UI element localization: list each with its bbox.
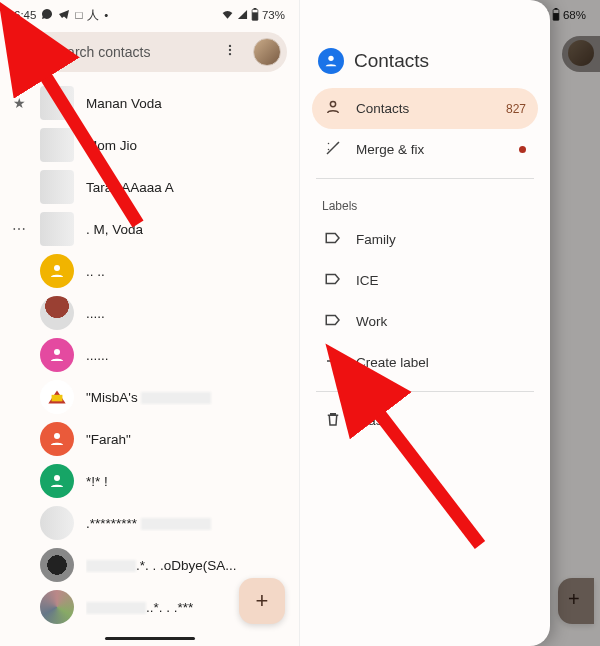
svg-rect-1 — [252, 12, 258, 20]
contacts-count: 827 — [506, 102, 526, 116]
drawer-item-label: Create label — [356, 355, 429, 370]
list-item[interactable]: ★ Manan Voda — [0, 82, 299, 124]
svg-rect-2 — [254, 8, 257, 9]
list-item[interactable]: Mom Jio — [0, 124, 299, 166]
telegram-icon — [58, 8, 70, 22]
dots-icon: ⋯ — [10, 221, 28, 237]
list-item[interactable]: TaraAAAaaa A — [0, 166, 299, 208]
contact-avatar — [40, 548, 74, 582]
drawer-item-label: Work — [356, 314, 387, 329]
status-bar: 6:45 □ 人 • 73% — [0, 0, 299, 26]
hamburger-icon[interactable] — [22, 41, 40, 63]
list-item[interactable]: ..... — [0, 292, 299, 334]
account-avatar[interactable] — [253, 38, 281, 66]
drawer-item-label: Contacts — [356, 101, 409, 116]
label-icon — [324, 270, 342, 291]
contact-name: .********* — [86, 516, 283, 531]
wand-icon — [324, 139, 342, 160]
svg-point-18 — [328, 143, 330, 145]
add-contact-fab[interactable]: + — [239, 578, 285, 624]
contact-avatar — [40, 128, 74, 162]
list-item[interactable]: *!* ! — [0, 460, 299, 502]
drawer-label-item[interactable]: Family — [312, 219, 538, 260]
divider — [316, 178, 534, 179]
contact-avatar — [40, 212, 74, 246]
battery-percent: 73% — [262, 9, 285, 21]
overflow-icon[interactable] — [217, 43, 243, 61]
svg-rect-8 — [52, 395, 63, 402]
app-icon-2: 人 — [87, 8, 99, 23]
screen-navigation-drawer: 8:12 □ 人 • 68% + — [300, 0, 600, 646]
drawer-item-contacts[interactable]: Contacts 827 — [312, 88, 538, 129]
svg-point-17 — [337, 143, 339, 145]
drawer-item-label: ICE — [356, 273, 379, 288]
search-placeholder: Search contacts — [50, 44, 207, 60]
svg-point-4 — [229, 49, 231, 51]
signal-icon — [237, 9, 248, 22]
plus-icon: + — [256, 588, 269, 614]
contacts-app-icon — [318, 48, 344, 74]
contact-name: .. .. — [86, 264, 283, 279]
contact-name: .*. . .oDbye(SA... — [86, 558, 283, 573]
whatsapp-icon — [41, 8, 53, 22]
star-icon: ★ — [10, 95, 28, 111]
screen-contacts-list: 6:45 □ 人 • 73% Sea — [0, 0, 300, 646]
contact-avatar — [40, 590, 74, 624]
alert-dot-icon — [519, 146, 526, 153]
label-icon — [324, 311, 342, 332]
drawer-label-item[interactable]: Work — [312, 301, 538, 342]
search-bar[interactable]: Search contacts — [12, 32, 287, 72]
contact-name: Mom Jio — [86, 138, 283, 153]
labels-header: Labels — [312, 187, 538, 219]
app-icon: □ — [75, 9, 82, 21]
svg-point-7 — [54, 349, 60, 355]
contact-avatar — [40, 254, 74, 288]
contact-name: ..... — [86, 306, 283, 321]
drawer-create-label[interactable]: Create label — [312, 342, 538, 383]
more-icon: • — [104, 9, 108, 21]
navigation-drawer: Contacts Contacts 827 Merge & fix Labels… — [300, 0, 550, 646]
list-item[interactable]: "Farah" — [0, 418, 299, 460]
list-item[interactable]: ...... — [0, 334, 299, 376]
label-icon — [324, 229, 342, 250]
svg-point-3 — [229, 45, 231, 47]
contact-avatar — [40, 506, 74, 540]
drawer-item-trash[interactable]: Trash — [312, 400, 538, 441]
drawer-item-label: Merge & fix — [356, 142, 424, 157]
svg-point-16 — [330, 101, 335, 106]
contact-avatar — [40, 170, 74, 204]
drawer-title: Contacts — [354, 50, 429, 72]
contact-name: *!* ! — [86, 474, 283, 489]
contact-name: . M, Voda — [86, 222, 283, 237]
svg-point-6 — [54, 265, 60, 271]
svg-point-15 — [328, 56, 333, 61]
svg-point-19 — [328, 149, 330, 151]
contact-name: ...... — [86, 348, 283, 363]
list-item[interactable]: ⋯ . M, Voda — [0, 208, 299, 250]
contact-avatar — [40, 86, 74, 120]
contact-avatar — [40, 338, 74, 372]
gesture-bar — [105, 637, 195, 640]
trash-icon — [324, 410, 342, 431]
contact-name: "Farah" — [86, 432, 283, 447]
drawer-label-item[interactable]: ICE — [312, 260, 538, 301]
person-icon — [324, 98, 342, 119]
contact-name: Manan Voda — [86, 96, 283, 111]
contact-avatar — [40, 464, 74, 498]
contact-name: "MisbA's — [86, 390, 283, 405]
contact-avatar — [40, 380, 74, 414]
svg-point-9 — [54, 433, 60, 439]
plus-icon — [324, 352, 342, 373]
drawer-item-merge-fix[interactable]: Merge & fix — [312, 129, 538, 170]
drawer-header: Contacts — [312, 48, 538, 88]
drawer-item-label: Family — [356, 232, 396, 247]
list-item[interactable]: .********* — [0, 502, 299, 544]
svg-point-10 — [54, 475, 60, 481]
list-item[interactable]: .. .. — [0, 250, 299, 292]
list-item[interactable]: "MisbA's — [0, 376, 299, 418]
status-time: 6:45 — [14, 9, 36, 21]
drawer-item-label: Trash — [356, 413, 390, 428]
battery-icon — [251, 8, 259, 23]
contact-list[interactable]: ★ Manan Voda Mom Jio TaraAAAaaa A ⋯ . M,… — [0, 82, 299, 628]
contact-avatar — [40, 296, 74, 330]
